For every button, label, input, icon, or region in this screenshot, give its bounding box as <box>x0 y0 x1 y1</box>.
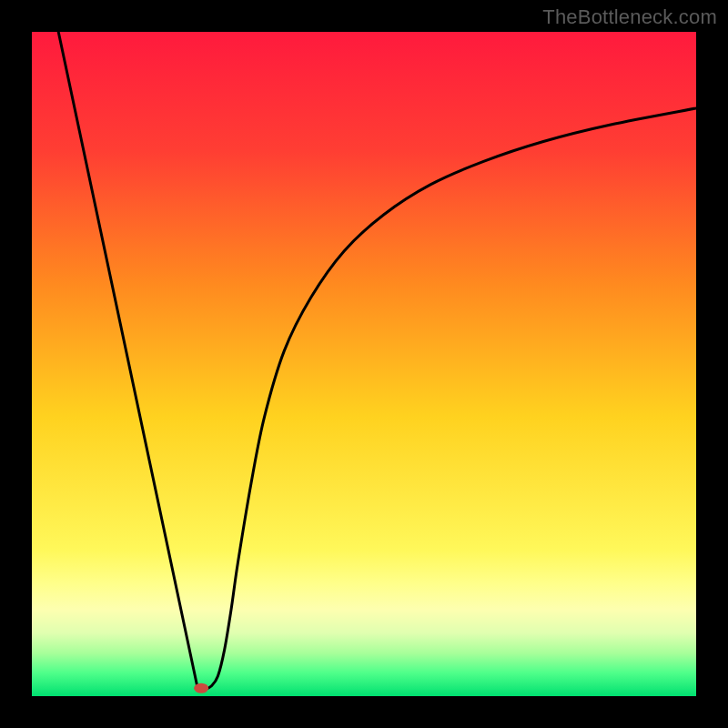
chart-frame <box>32 32 696 696</box>
gradient-background <box>32 32 696 696</box>
watermark-text: TheBottleneck.com <box>542 5 717 29</box>
bottleneck-chart <box>32 32 696 696</box>
bottleneck-marker <box>194 683 208 693</box>
